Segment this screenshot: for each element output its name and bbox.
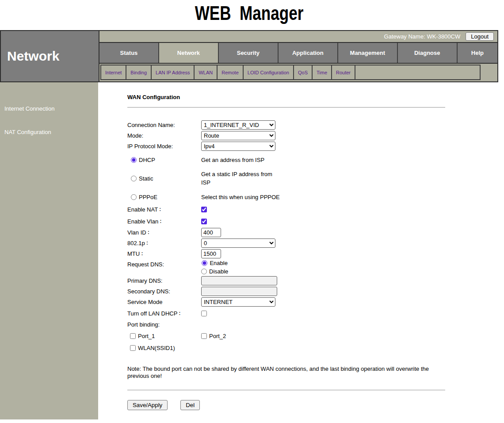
service-mode-row: Service Mode INTERNET: [127, 297, 445, 307]
ip-protocol-mode-select[interactable]: Ipv4: [201, 142, 275, 151]
sidebar-item-internet-connection[interactable]: Internet Connection: [0, 105, 98, 112]
static-desc: Get a static IP address from ISP: [201, 170, 280, 187]
enable-vlan-label: Enable Vlan ∶: [127, 218, 201, 225]
subtab-wlan[interactable]: WLAN: [195, 65, 218, 79]
mtu-input[interactable]: [201, 249, 221, 258]
tab-management[interactable]: Management: [338, 43, 398, 63]
del-button[interactable]: Del: [180, 400, 200, 410]
dhcp-radio[interactable]: [131, 157, 137, 163]
pppoe-desc: Select this when using PPPOE: [201, 194, 280, 200]
port-binding-row: Port binding:: [127, 320, 445, 329]
request-dns-disable-label: Disable: [209, 268, 228, 275]
turn-off-lan-dhcp-label: Turn off LAN DHCP ∶: [127, 310, 201, 317]
page-title-area: WEB Manager: [0, 0, 498, 30]
main-tabs: Status Network Security Application Mana…: [99, 43, 497, 64]
subtab-box: Internet Binding LAN IP Address WLAN Rem…: [100, 65, 481, 80]
request-dns-enable-option: Enable: [202, 260, 227, 266]
pppoe-radio[interactable]: [131, 194, 137, 200]
enable-nat-row: Enable NAT ∶: [127, 204, 445, 215]
mtu-row: MTU ∶: [127, 249, 445, 258]
dhcp-desc: Get an address from ISP: [201, 157, 264, 163]
subtab-bar: Internet Binding LAN IP Address WLAN Rem…: [99, 64, 497, 81]
dhcp-row: DHCP Get an address from ISP: [127, 154, 445, 165]
pppoe-row: PPPoE Select this when using PPPOE: [127, 191, 445, 203]
form-heading: WAN Configuration: [127, 94, 504, 100]
8021p-select[interactable]: 0: [201, 238, 275, 248]
subtab-lan-ip-address[interactable]: LAN IP Address: [152, 65, 195, 79]
mode-row: Mode: Route: [127, 131, 445, 140]
request-dns-enable-label: Enable: [210, 260, 227, 266]
enable-nat-checkbox[interactable]: [201, 207, 207, 212]
primary-dns-input: [201, 276, 277, 285]
pppoe-label: PPPoE: [139, 194, 157, 200]
request-dns-enable-radio[interactable]: [202, 260, 207, 266]
logout-button[interactable]: Logout: [466, 32, 494, 41]
turn-off-lan-dhcp-checkbox[interactable]: [201, 311, 207, 316]
section-title: Network: [7, 49, 59, 64]
port1-label: Port_1: [138, 333, 155, 339]
save-apply-button[interactable]: Save/Apply: [127, 400, 168, 410]
request-dns-label: Request DNS:: [127, 260, 201, 268]
sidebar-item-nat-configuration[interactable]: NAT Configuration: [0, 129, 98, 135]
8021p-row: 802.1p ∶ 0: [127, 238, 445, 248]
wlan-ssid1-row: WLAN(SSID1): [127, 342, 445, 353]
secondary-dns-row: Secondary DNS:: [127, 287, 445, 296]
8021p-label: 802.1p ∶: [127, 240, 201, 246]
primary-dns-label: Primary DNS:: [127, 277, 201, 284]
enable-vlan-checkbox[interactable]: [201, 219, 207, 224]
port1-checkbox[interactable]: [130, 333, 136, 339]
static-row: Static Get a static IP address from ISP: [127, 169, 445, 188]
subtab-internet[interactable]: Internet: [101, 65, 126, 79]
tab-help[interactable]: Help: [458, 43, 497, 63]
tab-status[interactable]: Status: [99, 43, 159, 63]
wan-configuration-form: Connection Name: 1_INTERNET_R_VID Mode: …: [127, 120, 445, 410]
port-checkbox-row: Port_1 Port_2: [127, 331, 445, 341]
subtab-remote[interactable]: Remote: [218, 65, 244, 79]
subtab-qos[interactable]: QoS: [294, 65, 313, 79]
subtab-time[interactable]: Time: [313, 65, 332, 79]
vlan-id-row: Vlan ID ∶: [127, 228, 445, 237]
mode-select[interactable]: Route: [201, 131, 275, 140]
enable-vlan-row: Enable Vlan ∶: [127, 216, 445, 227]
ip-protocol-mode-label: IP Protocol Mode:: [127, 143, 201, 150]
static-radio[interactable]: [131, 176, 137, 181]
service-mode-select[interactable]: INTERNET: [201, 297, 275, 307]
dhcp-label: DHCP: [139, 157, 155, 163]
static-label: Static: [139, 175, 153, 182]
secondary-dns-input: [201, 287, 277, 296]
page-body: Internet Connection NAT Configuration WA…: [0, 82, 504, 419]
service-mode-label: Service Mode: [127, 299, 201, 305]
port-binding-label: Port binding:: [127, 321, 201, 328]
main-content: WAN Configuration Connection Name: 1_INT…: [98, 82, 504, 419]
note-text: Note: The bound port can not be shared b…: [127, 365, 445, 379]
request-dns-row: Request DNS: Enable Disable: [127, 260, 445, 275]
subtab-binding[interactable]: Binding: [126, 65, 152, 79]
tab-network[interactable]: Network: [159, 43, 219, 63]
ip-protocol-mode-row: IP Protocol Mode: Ipv4: [127, 142, 445, 151]
port2-checkbox[interactable]: [201, 333, 207, 339]
header: Network Gateway Name: WK-3800CW Logout S…: [0, 30, 498, 82]
subtab-loid-configuration[interactable]: LOID Configuration: [244, 65, 294, 79]
page-title: WEB Manager: [195, 2, 304, 25]
secondary-dns-label: Secondary DNS:: [127, 288, 201, 295]
mode-label: Mode:: [127, 132, 201, 139]
header-right: Gateway Name: WK-3800CW Logout Status Ne…: [99, 31, 497, 81]
connection-name-row: Connection Name: 1_INTERNET_R_VID: [127, 120, 445, 130]
subtab-router[interactable]: Router: [332, 65, 355, 79]
top-divider: [127, 107, 445, 108]
turn-off-lan-dhcp-row: Turn off LAN DHCP ∶: [127, 308, 445, 319]
port2-label: Port_2: [209, 333, 226, 339]
tab-application[interactable]: Application: [279, 43, 338, 63]
wlan-ssid1-checkbox[interactable]: [130, 345, 136, 351]
request-dns-disable-radio[interactable]: [201, 269, 207, 274]
vlan-id-input[interactable]: [201, 228, 221, 237]
vlan-id-label: Vlan ID ∶: [127, 229, 201, 236]
enable-nat-label: Enable NAT ∶: [127, 206, 201, 213]
tab-security[interactable]: Security: [219, 43, 279, 63]
primary-dns-row: Primary DNS:: [127, 276, 445, 285]
gateway-strip: Gateway Name: WK-3800CW Logout: [99, 31, 497, 43]
tab-diagnose[interactable]: Diagnose: [398, 43, 458, 63]
gateway-name: Gateway Name: WK-3800CW: [384, 33, 461, 40]
subtab-filler: [355, 65, 480, 79]
connection-name-select[interactable]: 1_INTERNET_R_VID: [201, 120, 275, 130]
